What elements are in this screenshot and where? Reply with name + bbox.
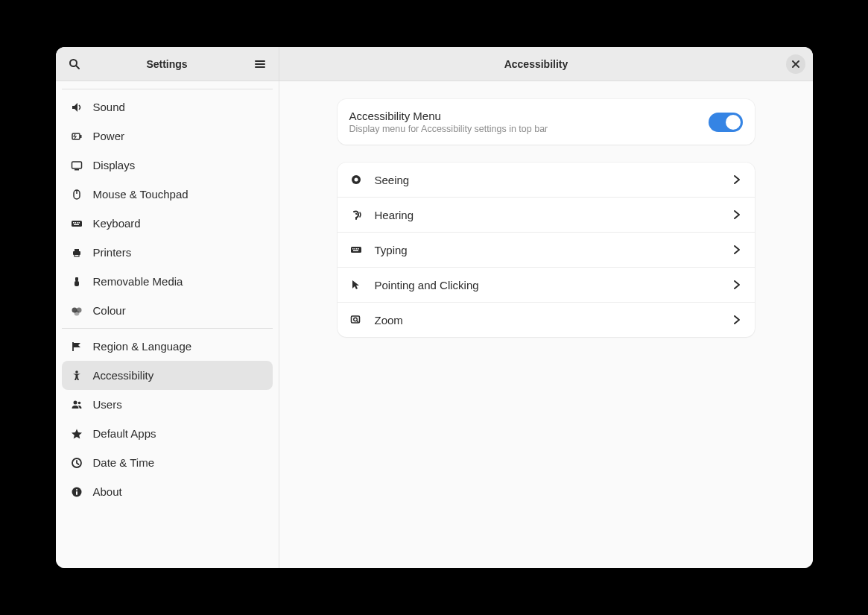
section-row-hearing[interactable]: Hearing bbox=[338, 198, 755, 233]
users-icon bbox=[71, 399, 83, 411]
accessibility-icon bbox=[71, 370, 83, 382]
sidebar-item-label: Displays bbox=[93, 159, 136, 171]
sidebar-item-label: Power bbox=[93, 130, 125, 142]
search-icon bbox=[69, 58, 80, 70]
accessibility-menu-row[interactable]: Accessibility Menu Display menu for Acce… bbox=[338, 99, 755, 145]
search-button[interactable] bbox=[63, 53, 86, 75]
sidebar-item-mouse[interactable]: Mouse & Touchpad bbox=[62, 180, 273, 209]
colour-icon bbox=[71, 305, 83, 317]
sidebar-item-label: Printers bbox=[93, 246, 132, 259]
main-title: Accessibility bbox=[287, 58, 786, 70]
speaker-icon bbox=[71, 101, 83, 113]
sidebar-item-label: Sound bbox=[93, 101, 125, 113]
accessibility-menu-card: Accessibility Menu Display menu for Acce… bbox=[338, 99, 755, 145]
sidebar-item-label: Accessibility bbox=[93, 369, 154, 382]
printer-icon bbox=[71, 247, 83, 259]
accessibility-menu-switch[interactable] bbox=[709, 113, 743, 132]
section-row-zoom[interactable]: Zoom bbox=[338, 303, 755, 337]
close-icon bbox=[791, 59, 801, 69]
sidebar-item-label: Removable Media bbox=[93, 275, 183, 288]
titlebar-main: Accessibility bbox=[279, 47, 813, 81]
mouse-icon bbox=[71, 189, 83, 201]
display-icon bbox=[71, 160, 83, 171]
section-label: Seeing bbox=[375, 174, 719, 186]
window-body: SoundPowerDisplaysMouse & TouchpadKeyboa… bbox=[56, 81, 813, 568]
menu-icon bbox=[254, 58, 266, 70]
keyboard-icon bbox=[349, 243, 363, 256]
keyboard-icon bbox=[71, 218, 83, 230]
section-label: Hearing bbox=[375, 209, 719, 221]
sidebar-item-label: Default Apps bbox=[93, 427, 156, 440]
chevron-right-icon bbox=[731, 174, 743, 186]
sidebar-item-label: Date & Time bbox=[93, 456, 155, 469]
settings-window: Settings Accessibility SoundPowerDisplay… bbox=[56, 47, 813, 568]
sidebar-item-label: Mouse & Touchpad bbox=[93, 188, 189, 201]
section-label: Zoom bbox=[375, 314, 719, 327]
titlebar-sidebar: Settings bbox=[56, 47, 279, 81]
sidebar-item-users[interactable]: Users bbox=[62, 390, 273, 419]
sidebar-item-accessibility[interactable]: Accessibility bbox=[62, 361, 273, 390]
sidebar-item-sound[interactable]: Sound bbox=[62, 92, 273, 122]
sidebar-separator bbox=[62, 89, 273, 89]
accessibility-menu-title: Accessibility Menu bbox=[349, 110, 697, 122]
sidebar-item-displays[interactable]: Displays bbox=[62, 151, 273, 180]
accessibility-sections-card: SeeingHearingTypingPointing and Clicking… bbox=[338, 163, 755, 337]
usb-icon bbox=[71, 276, 83, 288]
star-icon bbox=[71, 428, 83, 440]
section-row-seeing[interactable]: Seeing bbox=[338, 163, 755, 198]
zoom-icon bbox=[349, 313, 363, 327]
main-content: Accessibility Menu Display menu for Acce… bbox=[279, 81, 813, 568]
accessibility-menu-text: Accessibility Menu Display menu for Acce… bbox=[349, 110, 697, 134]
sidebar-item-removable[interactable]: Removable Media bbox=[62, 267, 273, 296]
section-row-pointing[interactable]: Pointing and Clicking bbox=[338, 268, 755, 303]
menu-button[interactable] bbox=[249, 53, 271, 75]
section-label: Typing bbox=[375, 244, 719, 256]
titlebar: Settings Accessibility bbox=[56, 47, 813, 81]
sidebar-item-label: Keyboard bbox=[93, 217, 141, 230]
sidebar-item-label: Region & Language bbox=[93, 340, 192, 353]
sidebar-item-datetime[interactable]: Date & Time bbox=[62, 448, 273, 477]
chevron-right-icon bbox=[731, 279, 743, 291]
chevron-right-icon bbox=[731, 314, 743, 326]
close-button[interactable] bbox=[786, 54, 805, 74]
sidebar-item-keyboard[interactable]: Keyboard bbox=[62, 209, 273, 238]
accessibility-menu-subtitle: Display menu for Accessibility settings … bbox=[349, 124, 697, 134]
chevron-right-icon bbox=[731, 209, 743, 221]
section-row-typing[interactable]: Typing bbox=[338, 233, 755, 268]
ear-icon bbox=[349, 208, 363, 221]
sidebar-item-label: Users bbox=[93, 398, 122, 411]
sidebar-item-label: Colour bbox=[93, 304, 126, 317]
info-icon bbox=[71, 486, 83, 498]
sidebar-item-label: About bbox=[93, 485, 122, 498]
eye-icon bbox=[349, 173, 363, 186]
sidebar-item-colour[interactable]: Colour bbox=[62, 296, 273, 325]
section-label: Pointing and Clicking bbox=[375, 279, 719, 291]
sidebar-item-printers[interactable]: Printers bbox=[62, 238, 273, 267]
sidebar[interactable]: SoundPowerDisplaysMouse & TouchpadKeyboa… bbox=[56, 81, 279, 568]
cursor-icon bbox=[349, 278, 363, 291]
sidebar-item-about[interactable]: About bbox=[62, 477, 273, 506]
sidebar-item-region[interactable]: Region & Language bbox=[62, 332, 273, 361]
sidebar-item-power[interactable]: Power bbox=[62, 122, 273, 151]
sidebar-separator bbox=[62, 328, 273, 329]
chevron-right-icon bbox=[731, 244, 743, 256]
clock-icon bbox=[71, 457, 83, 469]
battery-icon bbox=[71, 130, 83, 142]
sidebar-item-defaultapps[interactable]: Default Apps bbox=[62, 419, 273, 448]
sidebar-title: Settings bbox=[86, 58, 249, 70]
switch-knob bbox=[726, 115, 741, 130]
flag-icon bbox=[71, 341, 83, 353]
